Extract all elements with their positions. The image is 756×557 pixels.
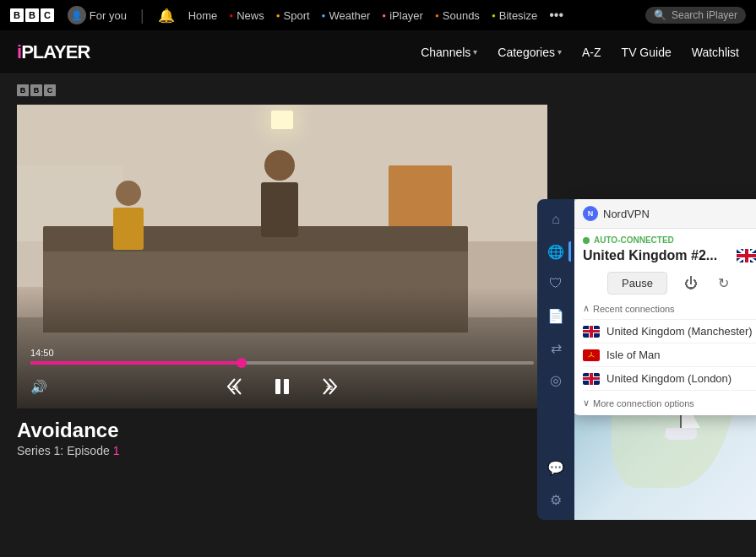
volume-button[interactable]: 🔊 [30,379,47,395]
channels-chevron: ▾ [473,47,477,57]
nav-news[interactable]: ●News [229,9,264,22]
categories-link[interactable]: Categories ▾ [498,46,562,59]
sidebar-share-icon[interactable]: ⇄ [541,333,571,363]
london-label: United Kingdom (London) [606,372,732,385]
sidebar-target-icon[interactable]: ◎ [541,365,571,395]
watchlist-link[interactable]: Watchlist [692,46,739,59]
bbc-logo[interactable]: B B C [10,8,54,22]
connected-label: AUTO-CONNECTED [583,235,756,245]
rewind-label: 20 [231,385,238,391]
vpn-actions: Pause ⏻ ↻ [583,272,756,295]
channels-link[interactable]: Channels ▾ [421,46,477,59]
sidebar-home-icon[interactable]: ⌂ [541,204,571,235]
pause-button[interactable] [270,375,294,398]
sidebar-globe-icon[interactable]: 🌐 [541,236,571,267]
bbc-small-c: C [44,84,56,96]
forward-label: 20 [326,385,333,391]
notifications-icon[interactable]: 🔔 [158,8,175,24]
auto-connected-text: AUTO-CONNECTED [594,235,674,245]
bbc-b2: B [25,8,39,22]
nordvpn-panel: N NordVPN AUTO-CONNECTED United Kingdom … [573,199,756,415]
bbc-logo-small: B B C [17,84,739,96]
nordvpn-title: NordVPN [603,208,650,220]
recent-item-isle-of-man[interactable]: Isle of Man [583,343,756,366]
nav-sport[interactable]: ●Sport [276,9,310,22]
server-name: United Kingdom #2... [583,248,717,263]
svg-rect-1 [284,379,289,394]
forward-button[interactable]: 20 [318,375,341,398]
power-vpn-button[interactable]: ⏻ [681,273,701,295]
connected-dot [583,237,590,244]
iplayer-nav-links: Channels ▾ Categories ▾ A-Z TV Guide Wat… [421,46,739,59]
more-options[interactable]: ∨ More connection options [583,390,756,412]
nav-sounds[interactable]: ●Sounds [435,9,480,22]
sounds-label: Sounds [443,9,480,22]
more-options-label: More connection options [593,398,694,408]
bbc-small-b2: B [30,84,42,96]
more-nav-button[interactable]: ••• [549,8,563,23]
bbc-c: C [41,8,54,22]
nordvpn-header: N NordVPN [573,199,756,229]
bbc-b1: B [10,8,24,22]
rewind-button[interactable]: 20 [223,375,247,398]
nav-iplayer[interactable]: ●iPlayer [382,9,423,22]
for-you-button[interactable]: 👤 For you [68,6,127,24]
for-you-label: For you [90,9,127,22]
search-icon: 🔍 [654,9,666,21]
sport-label: Sport [284,9,310,22]
iplayer-dot-icon: ● [382,12,386,19]
sidebar-file-icon[interactable]: 📄 [541,300,571,331]
recent-label: Recent connections [593,304,675,314]
boat-hull [664,428,698,440]
az-link[interactable]: A-Z [582,46,601,59]
search-placeholder: Search iPlayer [672,9,737,21]
series-text: Series 1: Episode [17,444,113,457]
iplayer-brand[interactable]: iPLAYER [17,41,90,63]
map-boat [664,428,698,440]
sidebar-chat-icon[interactable]: 💬 [541,452,571,483]
nav-weather[interactable]: ●Weather [322,9,371,22]
uk-flag-icon [737,249,756,262]
bbc-small-b1: B [17,84,29,96]
nordvpn-body: AUTO-CONNECTED United Kingdom #2... [573,229,756,415]
recent-item-manchester[interactable]: United Kingdom (Manchester) [583,319,756,343]
nav-home[interactable]: Home [188,9,218,22]
nordvpn-logo-icon: N [583,206,598,221]
pause-vpn-button[interactable]: Pause [607,272,667,295]
sidebar-shield-icon[interactable]: 🛡 [541,268,571,299]
home-label: Home [188,9,218,22]
iplayer-player-text: PLAYER [21,41,90,62]
bitesize-dot-icon: ● [492,12,496,19]
chevron-recent: ∧ [583,303,590,314]
layout-wrapper: B B C [0,74,756,557]
video-player[interactable]: 14:50 🔊 20 [17,105,547,408]
uk-flag-manchester [583,326,600,338]
video-controls: 🔊 20 [17,365,547,408]
manchester-label: United Kingdom (Manchester) [606,325,753,338]
recent-connections-list: United Kingdom (Manchester) [583,319,756,390]
svg-rect-0 [275,379,280,394]
bbc-topnav: B B C 👤 For you | 🔔 Home ●News ●Sport ●W… [0,0,756,30]
tvguide-link[interactable]: TV Guide [622,46,672,59]
weather-label: Weather [329,9,370,22]
playback-controls: 20 20 [223,375,341,398]
iplayer-nav: iPLAYER Channels ▾ Categories ▾ A-Z TV G… [0,30,756,74]
top-nav-links: Home ●News ●Sport ●Weather ●iPlayer ●Sou… [188,8,632,23]
refresh-vpn-button[interactable]: ↻ [715,272,732,295]
nordvpn-sidebar: ⌂ 🌐 🛡 📄 ⇄ ◎ 💬 ⚙ [537,199,574,520]
isle-of-man-label: Isle of Man [606,349,661,361]
iplayer-label: iPlayer [389,9,423,22]
recent-connections-title[interactable]: ∧ Recent connections [583,303,756,314]
nav-bitesize[interactable]: ●Bitesize [492,9,537,22]
recent-item-london[interactable]: United Kingdom (London) [583,366,756,390]
weather-dot-icon: ● [322,12,326,19]
episode-link[interactable]: 1 [113,444,120,457]
chevron-more: ∨ [583,397,590,408]
sidebar-settings-icon[interactable]: ⚙ [541,484,571,515]
bitesize-label: Bitesize [499,9,538,22]
news-dot-icon: ● [229,12,233,19]
search-box[interactable]: 🔍 Search iPlayer [645,7,746,24]
current-server: United Kingdom #2... [583,248,756,263]
sounds-dot-icon: ● [435,12,439,19]
video-time: 14:50 [30,348,54,358]
